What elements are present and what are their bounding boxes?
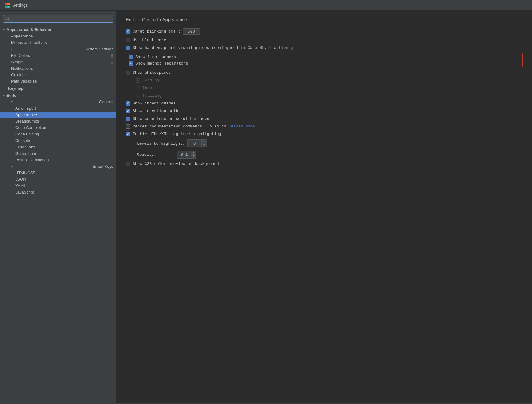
sidebar-item-label: Appearance <box>15 112 37 117</box>
checkbox-trailing[interactable] <box>136 94 140 98</box>
chevron-right-icon: › <box>11 47 12 51</box>
checkbox-render-docs[interactable] <box>126 124 130 129</box>
window-title: Settings <box>12 3 28 8</box>
sidebar-keymap[interactable]: Keymap <box>0 85 116 92</box>
sidebar-item-notifications[interactable]: Notifications <box>0 65 116 72</box>
setting-block-caret: Use block caret <box>126 38 523 42</box>
title-bar: Settings <box>0 0 532 11</box>
sidebar-item-json[interactable]: JSON <box>0 176 116 182</box>
main-layout: ▾ Appearance & Behavior Appearance Menus… <box>0 11 532 403</box>
sidebar-item-appearance-editor[interactable]: Appearance <box>0 112 116 118</box>
sidebar-item-label: Console <box>15 138 30 143</box>
sidebar-item-label: Breadcrumbs <box>15 119 39 124</box>
sidebar-item-scopes[interactable]: Scopes ▤ <box>0 59 116 65</box>
sidebar-item-gutter-icons[interactable]: Gutter Icons <box>0 150 116 157</box>
label-show-method-separators: Show method separators <box>135 61 188 66</box>
checkbox-show-whitespaces[interactable] <box>126 71 130 75</box>
svg-line-5 <box>8 19 9 20</box>
sidebar-item-system-settings[interactable]: › System Settings <box>0 46 116 52</box>
spinner-down-levels[interactable]: ▼ <box>202 143 207 147</box>
breadcrumb: Editor › General › Appearance <box>126 17 523 22</box>
sidebar-item-postfix-completion[interactable]: Postfix Completion <box>0 157 116 163</box>
sidebar-item-console[interactable]: Console <box>0 137 116 144</box>
link-reader-mode[interactable]: Reader mode <box>229 124 255 129</box>
setting-show-whitespaces: Show whitespaces <box>126 70 523 75</box>
checkbox-hard-wrap[interactable] <box>126 46 130 50</box>
search-icon <box>6 17 10 21</box>
spinner-up-levels[interactable]: ▲ <box>202 140 207 143</box>
sidebar-item-html-css[interactable]: HTML/CSS <box>0 170 116 176</box>
sidebar-item-label: Menus and Toolbars <box>11 40 47 45</box>
sidebar-item-path-variables[interactable]: Path Variables <box>0 78 116 84</box>
checkbox-caret-blinking[interactable] <box>126 29 130 34</box>
sidebar-item-label: Appearance <box>11 34 33 38</box>
sidebar-item-label: HTML/CSS <box>15 171 36 175</box>
search-input[interactable] <box>11 17 111 21</box>
spinner-opacity: ▲ ▼ <box>177 151 196 159</box>
sidebar-item-menus-toolbars[interactable]: Menus and Toolbars <box>0 39 116 46</box>
label-trailing: Trailing <box>142 93 161 98</box>
setting-indent-guides: Show indent guides <box>126 101 523 106</box>
checkbox-css-color-preview[interactable] <box>126 162 130 166</box>
checkbox-intention-bulb[interactable] <box>126 109 130 113</box>
setting-html-xml-highlight: Enable HTML/XML tag tree highlighting <box>126 132 523 136</box>
settings-icon: ▤ <box>110 53 113 57</box>
sidebar-item-file-colors[interactable]: File Colors ▤ <box>0 52 116 59</box>
spinner-buttons-levels: ▲ ▼ <box>201 140 207 147</box>
sidebar-item-code-completion[interactable]: Code Completion <box>0 124 116 131</box>
spinner-up-opacity[interactable]: ▲ <box>191 151 196 155</box>
setting-show-method-separators: Show method separators <box>129 61 520 66</box>
sidebar-item-smart-keys[interactable]: ▾ Smart Keys <box>0 163 116 170</box>
sidebar-item-general[interactable]: ▾ General <box>0 99 116 105</box>
search-box[interactable] <box>3 15 113 23</box>
highlighted-group: Show line numbers Show method separators <box>126 53 523 67</box>
sidebar-group-editor[interactable]: ▾ Editor <box>0 92 116 99</box>
checkbox-code-lens[interactable] <box>126 117 130 121</box>
label-code-lens: Show code lens on scrollbar hover <box>133 116 212 121</box>
sidebar-item-quick-lists[interactable]: Quick Lists <box>0 72 116 78</box>
sidebar-item-appearance[interactable]: Appearance <box>0 33 116 39</box>
checkbox-leading[interactable] <box>136 78 140 83</box>
sidebar-item-label: YAML <box>15 183 26 188</box>
sidebar-item-yaml[interactable]: YAML <box>0 182 116 189</box>
label-intention-bulb: Show intention bulb <box>133 109 178 113</box>
checkbox-show-method-separators[interactable] <box>129 61 133 66</box>
input-levels[interactable] <box>188 141 201 147</box>
spinner-down-opacity[interactable]: ▼ <box>191 155 196 158</box>
sidebar-item-breadcrumbs[interactable]: Breadcrumbs <box>0 118 116 124</box>
label-block-caret: Use block caret <box>133 38 169 42</box>
app-icon <box>4 2 10 8</box>
input-opacity[interactable] <box>177 152 191 158</box>
group-label: Appearance & Behavior <box>6 27 52 32</box>
label-render-docs: Render documentation comments <box>133 124 202 129</box>
sidebar-item-label: General <box>99 100 113 104</box>
label-inner: Inner <box>142 86 154 90</box>
section-editor: ▾ Editor ▾ General Auto Import Appearanc… <box>0 92 116 196</box>
setting-intention-bulb: Show intention bulb <box>126 109 523 113</box>
content-area: Editor › General › Appearance Caret blin… <box>117 11 532 403</box>
sidebar-item-label: JSON <box>15 177 26 182</box>
sidebar-item-code-folding[interactable]: Code Folding <box>0 131 116 137</box>
spinner-buttons-opacity: ▲ ▼ <box>191 151 196 158</box>
label-also-in: Also in <box>209 124 226 129</box>
sidebar-item-label: Code Completion <box>15 125 46 130</box>
chevron-down-icon: ▾ <box>3 28 5 31</box>
input-caret-blinking[interactable] <box>183 28 200 35</box>
checkbox-indent-guides[interactable] <box>126 101 130 106</box>
sidebar-item-javascript[interactable]: JavaScript <box>0 189 116 195</box>
setting-show-line-numbers: Show line numbers <box>129 55 520 59</box>
sidebar-item-label: Scopes <box>11 60 24 64</box>
setting-levels-highlight: Levels to highlight: ▲ ▼ <box>126 139 523 147</box>
checkbox-show-line-numbers[interactable] <box>129 55 133 59</box>
checkbox-html-xml-highlight[interactable] <box>126 132 130 136</box>
setting-inner: Inner <box>126 86 523 90</box>
sidebar-group-appearance-behavior[interactable]: ▾ Appearance & Behavior <box>0 26 116 33</box>
label-opacity: Opacity: <box>137 152 156 157</box>
settings-icon: ▤ <box>110 60 113 64</box>
sidebar-item-auto-import[interactable]: Auto Import <box>0 105 116 112</box>
setting-css-color-preview: Show CSS color preview as background <box>126 162 523 166</box>
checkbox-inner[interactable] <box>136 86 140 90</box>
sidebar-item-editor-tabs[interactable]: Editor Tabs <box>0 144 116 150</box>
checkbox-block-caret[interactable] <box>126 38 130 42</box>
setting-hard-wrap: Show hard wrap and visual guides (config… <box>126 45 523 50</box>
